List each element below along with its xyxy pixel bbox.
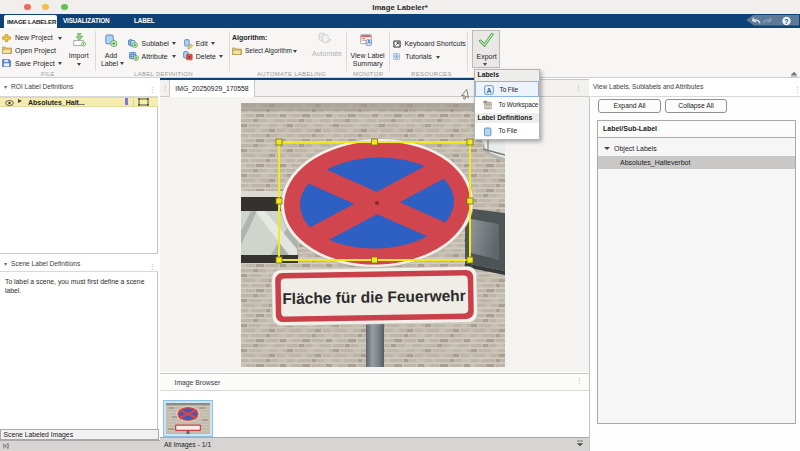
svg-text:Fläche für die Feuerwehr: Fläche für die Feuerwehr: [282, 287, 466, 307]
svg-text:?: ?: [784, 17, 788, 24]
svg-text:A: A: [486, 86, 491, 93]
svg-text:A: A: [367, 39, 371, 45]
